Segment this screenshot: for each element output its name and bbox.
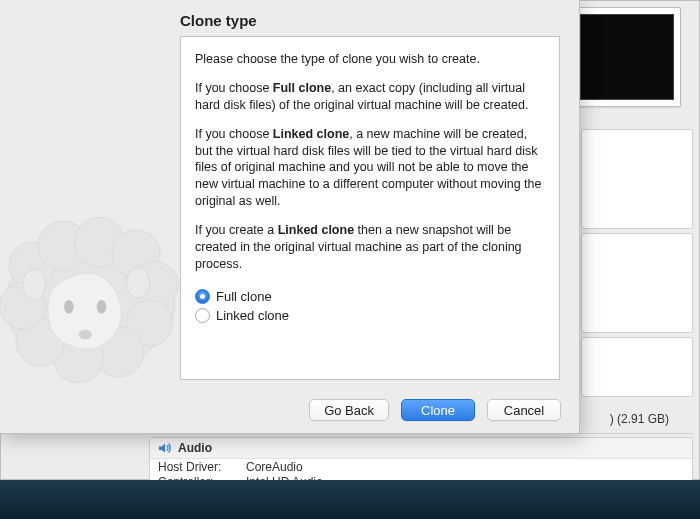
svg-point-13 [78, 330, 91, 340]
svg-point-9 [16, 318, 64, 366]
full-clone-description: If you choose Full clone, an exact copy … [195, 80, 545, 114]
radio-unselected-icon [195, 308, 210, 323]
storage-size-fragment: ) (2.91 GB) [610, 412, 669, 426]
linked-clone-radio-label: Linked clone [216, 308, 289, 323]
radio-selected-icon [195, 289, 210, 304]
dialog-content: Please choose the type of clone you wish… [180, 36, 560, 380]
vm-preview-screenshot [580, 14, 674, 100]
svg-point-6 [127, 300, 173, 346]
cancel-button[interactable]: Cancel [487, 399, 561, 421]
clone-button[interactable]: Clone [401, 399, 475, 421]
audio-section-label: Audio [178, 441, 212, 455]
svg-point-14 [23, 269, 46, 300]
snapshot-note: If you create a Linked clone then a new … [195, 222, 545, 273]
svg-point-5 [132, 262, 178, 308]
desktop-dock-fragment [0, 480, 700, 519]
svg-point-10 [0, 283, 46, 329]
host-driver-row: Host Driver: CoreAudio [150, 459, 692, 474]
vm-preview-box [573, 7, 681, 107]
audio-icon [158, 442, 172, 454]
bg-panel-fragment [581, 233, 693, 333]
dialog-button-row: Go Back Clone Cancel [0, 399, 561, 421]
audio-section-header[interactable]: Audio [150, 438, 692, 459]
svg-point-11 [64, 300, 74, 313]
full-clone-radio[interactable]: Full clone [195, 287, 545, 306]
svg-point-4 [112, 230, 160, 278]
svg-point-12 [97, 300, 107, 313]
svg-point-3 [75, 217, 125, 267]
go-back-button[interactable]: Go Back [309, 399, 389, 421]
intro-text: Please choose the type of clone you wish… [195, 51, 545, 68]
linked-clone-radio[interactable]: Linked clone [195, 306, 545, 325]
svg-point-15 [127, 267, 150, 298]
svg-point-8 [53, 333, 103, 383]
svg-point-1 [9, 242, 55, 288]
sheep-watermark-icon [0, 150, 190, 400]
bg-panel-fragment [581, 337, 693, 397]
svg-point-2 [38, 221, 88, 271]
svg-point-0 [5, 238, 174, 369]
host-driver-label: Host Driver: [158, 460, 246, 474]
clone-type-radio-group: Full clone Linked clone [195, 287, 545, 325]
dialog-title: Clone type [180, 12, 257, 29]
host-driver-value: CoreAudio [246, 460, 303, 474]
bg-panel-fragment [581, 129, 693, 229]
linked-clone-description: If you choose Linked clone, a new machin… [195, 126, 545, 210]
svg-point-7 [94, 327, 144, 377]
full-clone-radio-label: Full clone [216, 289, 272, 304]
clone-wizard-dialog: Clone type Please choose the type of clo… [0, 0, 580, 434]
